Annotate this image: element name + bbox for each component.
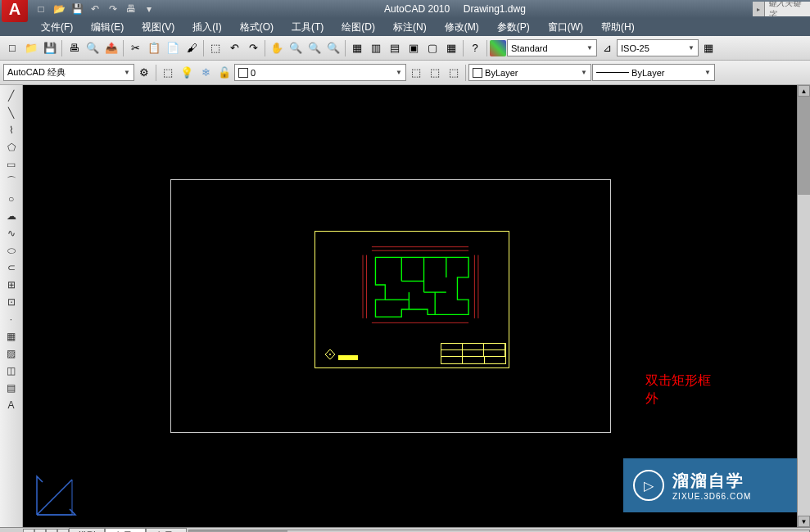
polygon-icon[interactable]: ⬠ (2, 138, 21, 156)
qat-print[interactable]: 🖶 (123, 2, 139, 16)
zoom-prev-icon[interactable]: 🔍 (324, 39, 342, 57)
props-icon[interactable]: ▦ (348, 39, 366, 57)
search-caret[interactable]: ▸ (753, 2, 764, 16)
hatch-icon[interactable]: ▦ (2, 327, 21, 345)
tab-layout1[interactable]: 布局1 (105, 528, 146, 533)
qat-new[interactable]: □ (33, 2, 49, 16)
layer-state-icon[interactable]: 💡 (178, 64, 196, 82)
tab-next-icon[interactable]: ▶ (46, 529, 57, 533)
qat-redo[interactable]: ↷ (105, 2, 121, 16)
layer-props-icon[interactable]: ⬚ (159, 64, 177, 82)
gradient-icon[interactable]: ▨ (2, 345, 21, 362)
tp-icon[interactable]: ▤ (386, 39, 404, 57)
menu-dimension[interactable]: 标注(N) (385, 18, 435, 37)
insert-block-icon[interactable]: ⊞ (2, 276, 21, 293)
menu-help[interactable]: 帮助(H) (593, 18, 643, 37)
copy-icon[interactable]: 📋 (145, 39, 163, 57)
scroll-thumb[interactable] (798, 97, 810, 195)
circle-icon[interactable]: ○ (2, 190, 21, 207)
point-icon[interactable]: · (2, 310, 21, 327)
undo-icon[interactable]: ↶ (225, 39, 243, 57)
help-icon[interactable]: ? (466, 39, 484, 57)
scroll-up-icon[interactable]: ▲ (798, 85, 810, 97)
color-combo[interactable]: ByLayer ▼ (468, 64, 591, 81)
gear-icon[interactable]: ⚙ (135, 64, 153, 82)
watermark-sub: ZIXUE.3D66.COM (672, 492, 751, 501)
region-icon[interactable]: ◫ (2, 362, 21, 379)
cut-icon[interactable]: ✂ (126, 39, 144, 57)
keyword-search[interactable]: 键入关键字 (764, 2, 810, 16)
qat-dropdown[interactable]: ▾ (141, 2, 157, 16)
ellipse-icon[interactable]: ⬭ (2, 241, 21, 259)
print-icon[interactable]: 🖶 (65, 39, 83, 57)
menu-file[interactable]: 文件(F) (33, 18, 81, 37)
menu-tools[interactable]: 工具(T) (283, 18, 332, 37)
menu-draw[interactable]: 绘图(D) (333, 18, 383, 37)
tab-prev-icon[interactable]: ◀ (34, 529, 46, 533)
tab-model[interactable]: 模型 (69, 528, 105, 533)
xline-icon[interactable]: ╲ (2, 104, 21, 121)
menu-param[interactable]: 参数(P) (489, 18, 538, 37)
file-name: Drawing1.dwg (464, 3, 526, 15)
freeze-icon[interactable]: ❄ (197, 64, 215, 82)
vertical-scrollbar[interactable]: ▲ ▼ (797, 85, 810, 527)
qat-save[interactable]: 💾 (69, 2, 85, 16)
rectangle-icon[interactable]: ▭ (2, 156, 21, 173)
line-icon[interactable]: ╱ (2, 87, 21, 104)
mtext-icon[interactable]: A (2, 396, 21, 413)
lock-icon[interactable]: 🔓 (215, 64, 233, 82)
workspace-combo[interactable]: AutoCAD 经典 ▼ (3, 64, 134, 81)
dc-icon[interactable]: ▥ (367, 39, 385, 57)
preview-icon[interactable]: 🔍 (84, 39, 102, 57)
pline-icon[interactable]: ⌇ (2, 121, 21, 138)
workspace-value: AutoCAD 经典 (7, 66, 66, 79)
layer-prev-icon[interactable]: ⬚ (445, 64, 463, 82)
zoom-rt-icon[interactable]: 🔍 (287, 39, 305, 57)
layer-match-icon[interactable]: ⬚ (426, 64, 444, 82)
make-block-icon[interactable]: ⊡ (2, 293, 21, 310)
revcloud-icon[interactable]: ☁ (2, 207, 21, 224)
separator (463, 40, 464, 56)
publish-icon[interactable]: 📤 (102, 39, 120, 57)
brush-tool[interactable] (490, 40, 506, 56)
qat-undo[interactable]: ↶ (87, 2, 103, 16)
ssm-icon[interactable]: ▣ (405, 39, 423, 57)
open-icon[interactable]: 📁 (22, 39, 40, 57)
menu-modify[interactable]: 修改(M) (437, 18, 487, 37)
markup-icon[interactable]: ▢ (423, 39, 441, 57)
block-icon[interactable]: ⬚ (206, 39, 224, 57)
table-icon[interactable]: ▤ (2, 379, 21, 396)
new-icon[interactable]: □ (3, 39, 21, 57)
dim-icon[interactable]: ⊿ (598, 39, 616, 57)
arc-icon[interactable]: ⌒ (2, 173, 21, 190)
tab-first-icon[interactable]: ⏮ (23, 529, 34, 533)
redo-icon[interactable]: ↷ (244, 39, 262, 57)
ellipse-arc-icon[interactable]: ⊂ (2, 259, 21, 276)
layer-iso-icon[interactable]: ⬚ (407, 64, 425, 82)
tab-layout2[interactable]: 布局2 (146, 528, 187, 533)
paste-icon[interactable]: 📄 (164, 39, 182, 57)
menu-view[interactable]: 视图(V) (133, 18, 183, 37)
match-icon[interactable]: 🖌 (183, 39, 201, 57)
qat-open[interactable]: 📂 (51, 2, 67, 16)
layer-combo[interactable]: 0 ▼ (234, 64, 406, 81)
menu-edit[interactable]: 编辑(E) (83, 18, 132, 37)
layer-value: 0 (251, 68, 256, 78)
pan-icon[interactable]: ✋ (268, 39, 286, 57)
text-style-combo[interactable]: Standard ▼ (507, 39, 597, 56)
tab-last-icon[interactable]: ⏭ (57, 529, 69, 533)
menu-insert[interactable]: 插入(I) (184, 18, 229, 37)
drawing-canvas[interactable]: 双击矩形框 外 ▷ 溜溜自学 ZIXUE.3D66.COM (23, 85, 810, 527)
table-style-icon[interactable]: ▦ (699, 39, 717, 57)
qc-icon[interactable]: ▦ (442, 39, 460, 57)
app-logo[interactable]: A (2, 0, 28, 22)
zoom-win-icon[interactable]: 🔍 (305, 39, 324, 57)
horizontal-scrollbar[interactable] (188, 530, 810, 533)
menu-window[interactable]: 窗口(W) (540, 18, 591, 37)
menu-format[interactable]: 格式(O) (232, 18, 282, 37)
spline-icon[interactable]: ∿ (2, 224, 21, 241)
save-icon[interactable]: 💾 (41, 39, 59, 57)
dim-style-combo[interactable]: ISO-25 ▼ (617, 39, 699, 56)
scroll-down-icon[interactable]: ▼ (798, 516, 810, 527)
linetype-combo[interactable]: ByLayer ▼ (592, 64, 715, 81)
